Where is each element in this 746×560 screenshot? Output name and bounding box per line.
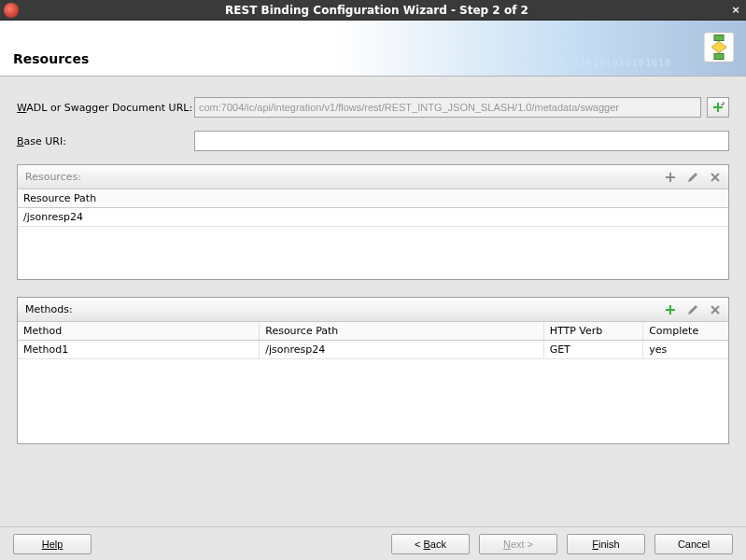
window-title: REST Binding Configuration Wizard - Step… bbox=[24, 4, 729, 17]
resources-edit-button[interactable] bbox=[683, 168, 702, 187]
wizard-footer: Help < Back Next > Finish Cancel bbox=[0, 526, 746, 560]
wizard-logo bbox=[703, 31, 735, 65]
resources-panel-label: Resources: bbox=[25, 171, 661, 183]
svg-rect-7 bbox=[717, 103, 719, 112]
methods-delete-button[interactable] bbox=[706, 301, 725, 319]
methods-col-method[interactable]: Method bbox=[18, 322, 260, 341]
method-cell: Method1 bbox=[18, 341, 260, 359]
base-uri-input[interactable] bbox=[194, 131, 729, 151]
header-decor: 01010101010101010101010 bbox=[521, 58, 671, 68]
resource-path-cell: /jsonresp24 bbox=[18, 208, 728, 227]
resources-table[interactable]: Resource Path /jsonresp24 bbox=[18, 189, 728, 227]
method-path-cell: /jsonresp24 bbox=[260, 341, 543, 359]
method-complete-cell: yes bbox=[643, 341, 728, 359]
wadl-label: WADL or Swagger Document URL: bbox=[17, 102, 194, 114]
cancel-button[interactable]: Cancel bbox=[655, 534, 733, 554]
methods-table[interactable]: Method Resource Path HTTP Verb Complete … bbox=[18, 322, 728, 359]
methods-panel-header: Methods: bbox=[18, 298, 728, 322]
base-uri-label: Base URI: bbox=[17, 135, 194, 147]
wadl-browse-button[interactable] bbox=[707, 97, 729, 118]
app-icon bbox=[4, 3, 19, 18]
close-icon[interactable]: × bbox=[729, 4, 742, 16]
window-titlebar: REST Binding Configuration Wizard - Step… bbox=[0, 0, 746, 21]
table-row[interactable]: /jsonresp24 bbox=[18, 208, 728, 227]
svg-rect-13 bbox=[669, 305, 671, 315]
finish-button[interactable]: Finish bbox=[567, 534, 645, 554]
help-button[interactable]: Help bbox=[13, 534, 91, 554]
svg-rect-2 bbox=[714, 53, 724, 59]
resources-col-path[interactable]: Resource Path bbox=[18, 189, 728, 208]
methods-col-path[interactable]: Resource Path bbox=[260, 322, 543, 341]
methods-col-verb[interactable]: HTTP Verb bbox=[543, 322, 643, 341]
wizard-header: Resources 01010101010101010101010 bbox=[0, 21, 746, 77]
resources-panel-header: Resources: bbox=[18, 165, 728, 189]
methods-panel-label: Methods: bbox=[25, 303, 661, 315]
methods-panel: Methods: Method bbox=[17, 297, 729, 444]
wizard-content: WADL or Swagger Document URL: Base URI: … bbox=[0, 77, 746, 444]
svg-rect-1 bbox=[714, 35, 724, 40]
wadl-row: WADL or Swagger Document URL: bbox=[17, 97, 729, 118]
methods-table-container: Method Resource Path HTTP Verb Complete … bbox=[18, 322, 728, 443]
resources-add-button[interactable] bbox=[661, 168, 680, 187]
resources-panel: Resources: Resource Path bbox=[17, 164, 729, 280]
methods-add-button[interactable] bbox=[661, 301, 680, 319]
next-button: Next > bbox=[479, 534, 557, 554]
base-uri-row: Base URI: bbox=[17, 131, 729, 151]
wadl-url-input[interactable] bbox=[194, 97, 701, 118]
methods-edit-button[interactable] bbox=[683, 301, 702, 319]
resources-table-container: Resource Path /jsonresp24 bbox=[18, 189, 728, 279]
page-title: Resources bbox=[13, 51, 89, 66]
svg-rect-9 bbox=[669, 173, 671, 182]
resources-delete-button[interactable] bbox=[706, 168, 725, 187]
method-verb-cell: GET bbox=[543, 341, 643, 359]
methods-col-complete[interactable]: Complete bbox=[643, 322, 728, 341]
table-row[interactable]: Method1 /jsonresp24 GET yes bbox=[18, 341, 728, 359]
back-button[interactable]: < Back bbox=[391, 534, 470, 554]
